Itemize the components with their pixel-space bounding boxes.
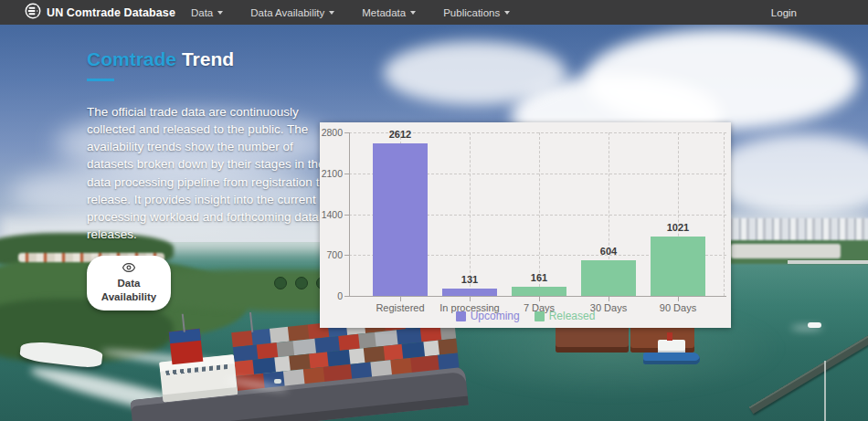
brand-title: UN Comtrade Database [47,6,175,19]
y-axis-tick-label: 2800 [320,127,343,138]
top-navbar: UN Comtrade Database Data Data Availabil… [0,0,868,25]
chevron-down-icon [217,11,223,15]
legend-label: Released [549,310,596,322]
gridline [724,132,725,296]
y-axis-tick [344,174,349,174]
y-axis-tick [344,132,349,133]
x-axis-line [349,296,726,297]
x-axis-tick [539,297,540,301]
y-axis-tick [344,296,349,297]
nav-item-label: Data Availability [250,7,324,18]
bar-value-label: 1021 [643,222,713,233]
y-axis-tick-label: 700 [320,249,343,260]
bar-value-label: 604 [574,246,643,257]
availability-chart: 07001400210028002612Registered131In proc… [320,122,731,328]
tugboat-illustration [643,353,700,364]
nav-item-publications[interactable]: Publications [443,7,510,18]
x-axis-tick [678,297,679,301]
eye-icon [122,262,135,273]
bar-value-label: 2612 [365,129,435,140]
nav-item-label: Metadata [362,7,406,18]
cloud-shape [384,41,566,105]
y-axis-tick-label: 1400 [320,209,343,220]
hero-content: Comtrade Trend The official trade data a… [87,48,326,310]
chevron-down-icon [410,11,416,15]
gridline [470,132,471,296]
nav-item-data-availability[interactable]: Data Availability [250,7,334,18]
chart-legend: UpcomingReleased [320,310,731,322]
bar-registered[interactable] [373,143,428,296]
page-title-rest: Trend [182,48,234,69]
data-availability-button-label: Data Availability [96,277,162,304]
page-title: Comtrade Trend [87,48,326,70]
x-axis-tick [609,297,609,301]
y-axis-tick-label: 0 [320,290,343,301]
hero-description: The official trade data are continuously… [87,103,326,243]
un-comtrade-logo-icon [25,3,41,23]
legend-item-upcoming[interactable]: Upcoming [456,310,520,322]
legend-swatch-icon [535,311,545,321]
bar-value-label: 161 [504,272,574,283]
legend-swatch-icon [456,311,466,321]
nav-item-label: Data [191,7,213,18]
nav-item-data[interactable]: Data [191,7,223,18]
y-axis-line [349,132,350,296]
chevron-down-icon [504,11,510,15]
x-axis-tick [400,297,401,301]
brand[interactable]: UN Comtrade Database [25,3,175,23]
legend-item-released[interactable]: Released [535,310,596,322]
chevron-down-icon [329,11,334,15]
bar-value-label: 131 [435,274,504,285]
x-axis-tick [470,297,471,301]
page: UN Comtrade Database Data Data Availabil… [0,0,868,421]
login-link[interactable]: Login [771,7,797,18]
nav-menu: Data Data Availability Metadata Publicat… [191,7,510,18]
bar-in-processing[interactable] [442,289,497,296]
legend-label: Upcoming [471,310,520,322]
nav-item-metadata[interactable]: Metadata [362,7,416,18]
port-area-shape [731,244,841,258]
bridge-shape [788,260,868,264]
sailboat-mast-shape [824,361,826,421]
data-availability-button[interactable]: Data Availability [87,256,171,310]
bar-30-days[interactable] [581,260,636,296]
y-axis-tick [344,255,349,256]
small-boat-illustration [808,322,821,328]
jetski-illustration [274,379,281,384]
bar-90-days[interactable] [651,237,705,296]
bar-7-days[interactable] [512,287,566,296]
page-title-accent: Comtrade [87,48,176,69]
y-axis-tick-label: 2100 [320,168,343,179]
y-axis-tick [344,215,349,216]
hero-section: Comtrade Trend The official trade data a… [0,25,868,421]
nav-item-label: Publications [443,7,500,18]
title-underline [87,79,114,81]
